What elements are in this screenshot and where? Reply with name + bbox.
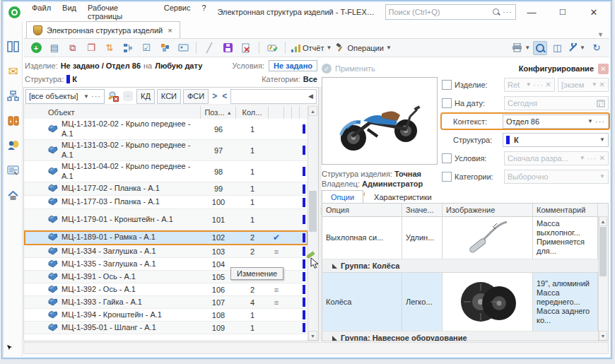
sidebar-home-icon[interactable] xyxy=(6,188,20,202)
toolbar-copy-icon[interactable]: ⧉ xyxy=(64,41,81,55)
table-row[interactable]: МЦ-1-334 - Заглушка - А.11032≡ xyxy=(24,245,308,258)
field-control[interactable]: Отдел 86▼··· xyxy=(503,115,609,129)
scroll-up-icon[interactable]: ▲ xyxy=(308,106,317,116)
toolbar-image-icon[interactable] xyxy=(175,41,192,55)
date-value[interactable]: Любую дату xyxy=(155,61,202,70)
menu-item-4[interactable]: Сервис xyxy=(158,1,197,23)
field-control[interactable]: Сегодня xyxy=(504,96,609,110)
toolbar-tools-icon[interactable]: ▼ xyxy=(567,41,587,55)
column-status[interactable] xyxy=(269,106,284,119)
expand-level-icon[interactable]: > xyxy=(211,91,218,101)
checkbox[interactable] xyxy=(442,153,452,163)
configuration-close-icon[interactable]: ✕ xyxy=(598,64,609,74)
table-row[interactable]: МЦ-1-177-03 - Планка - А.11001 xyxy=(24,196,308,209)
toolbar-printer-icon[interactable]: ▼ xyxy=(510,41,532,55)
collapse-level-icon[interactable]: < xyxy=(221,91,228,101)
column-image[interactable]: Изображение xyxy=(443,204,533,216)
filter-kd-button[interactable]: КД xyxy=(136,89,155,104)
categories-value[interactable]: Все xyxy=(303,75,317,83)
column-extra2[interactable] xyxy=(292,106,300,119)
search-options-icon[interactable]: ··· xyxy=(503,8,512,16)
tab-list-dropdown-icon[interactable]: ▼ xyxy=(597,31,609,38)
table-row[interactable]: МЦ-1-177-02 - Планка - А.1991 xyxy=(24,182,308,196)
field-control[interactable]: [экзем▼✕ xyxy=(558,78,609,92)
product-value[interactable]: Не задано / Отдел 86 xyxy=(61,61,141,70)
options-scroll-thumb[interactable] xyxy=(599,227,607,276)
toolbar-checklist-icon[interactable]: ☑ xyxy=(138,41,155,55)
menu-item-1[interactable]: Файл xyxy=(26,1,57,23)
menu-item-5[interactable]: ? xyxy=(196,1,211,23)
filter-ksi-button[interactable]: КСИ xyxy=(157,89,181,104)
option-row[interactable]: КолёсаЛегко...19", алюминийМасса передне… xyxy=(322,273,599,331)
checkbox[interactable] xyxy=(442,80,452,90)
options-scroll-down-icon[interactable]: ▼ xyxy=(599,331,607,341)
column-position[interactable]: Поз... ▲ xyxy=(201,106,236,119)
toolbar-panel-icon[interactable]: ◫ xyxy=(549,41,566,55)
global-search-input[interactable]: Поиск (Ctrl+Q) ··· xyxy=(385,4,516,20)
table-row[interactable]: МЦ-1-131-02-02 - Крыло переднее - А.1961 xyxy=(24,119,308,140)
close-button[interactable]: ✕ xyxy=(578,5,609,20)
table-row[interactable]: МЦ-1-393 - Гайка - А.11074≡ xyxy=(24,296,308,309)
field-control[interactable]: Ret▼···✕ xyxy=(504,78,555,92)
toolbar-sign-icon[interactable] xyxy=(264,41,281,55)
search-icon[interactable] xyxy=(493,8,500,16)
option-row[interactable]: Выхлопная си...Удлин...Масса выхлопног..… xyxy=(322,216,599,259)
group-row[interactable]: Группа: Навесное оборудование xyxy=(322,331,599,341)
operations-dropdown-button[interactable]: Операции▼ xyxy=(334,41,392,55)
toolbar-sync-icon[interactable]: ⇅ xyxy=(101,41,118,55)
table-row[interactable]: МЦ-1-131-03-02 - Крыло переднее - А.1971 xyxy=(24,140,308,161)
table-row[interactable]: МЦ-1-394 - Кронштейн - А.11081 xyxy=(24,309,308,322)
table-row[interactable]: МЦ-1-392 - Ось - А.11062≡ xyxy=(24,283,308,296)
table-row[interactable]: МЦ-1-179-01 - Кронштейн - А.11011 xyxy=(24,209,308,230)
options-scroll-up-icon[interactable]: ▲ xyxy=(599,216,607,226)
field-control[interactable]: К▼ xyxy=(503,133,609,147)
checkbox[interactable] xyxy=(442,98,452,108)
tab-product-structure[interactable]: Электронная структура изделий × xyxy=(26,21,180,38)
table-row[interactable]: МЦ-1-131-04-02 - Крыло переднее - А.1981 xyxy=(24,161,308,182)
scroll-down-icon[interactable]: ▼ xyxy=(308,331,317,341)
toolbar-delete-icon[interactable] xyxy=(238,41,254,55)
menu-item-2[interactable]: Вид xyxy=(57,1,82,23)
sidebar-pages-icon[interactable] xyxy=(6,40,20,54)
toolbar-refresh-icon[interactable]: ↻ xyxy=(588,41,605,55)
scroll-thumb[interactable] xyxy=(309,191,317,232)
field-control[interactable]: Сначала разра...▼···✕ xyxy=(504,151,609,165)
toolbar-form-icon[interactable]: ▤ xyxy=(46,41,63,55)
column-object[interactable]: Объект xyxy=(24,106,201,119)
column-comment[interactable]: Комментарий xyxy=(533,204,598,216)
toolbar-save-icon[interactable] xyxy=(219,41,236,55)
field-control[interactable]: Выборочно▼ xyxy=(504,170,609,184)
sidebar-mail-icon[interactable]: ✉ xyxy=(6,64,20,78)
sidebar-structure-icon[interactable] xyxy=(6,89,20,103)
apply-button[interactable]: ✓ Применить xyxy=(322,64,375,74)
group-expand-icon[interactable] xyxy=(332,336,337,341)
object-filter-select[interactable]: [все объекты]▼··· xyxy=(25,89,105,104)
structure-value[interactable]: К xyxy=(66,75,77,83)
conditions-value[interactable]: Не задано xyxy=(269,60,317,71)
options-vertical-scrollbar[interactable]: ▲ ▼ xyxy=(598,216,608,341)
filter-clear-icon[interactable] xyxy=(107,90,119,102)
toolbar-tree-icon[interactable] xyxy=(119,41,136,55)
toolbar-blocks-icon[interactable] xyxy=(156,41,173,55)
table-row[interactable]: МЦ-1-189-01 - Рамка - А.11022✔ xyxy=(24,230,308,245)
checkbox[interactable] xyxy=(442,172,452,182)
column-value[interactable]: Значе... xyxy=(402,204,443,216)
report-dropdown-button[interactable]: Отчёт▼ xyxy=(290,41,333,55)
column-option[interactable]: Опция xyxy=(322,204,402,216)
group-row[interactable]: Группа: Колёса xyxy=(322,259,599,273)
column-extra1[interactable] xyxy=(284,106,292,119)
group-expand-icon[interactable] xyxy=(332,264,337,269)
sidebar-user-icon[interactable] xyxy=(6,139,20,153)
toolbar-paste-icon[interactable]: ❐ xyxy=(83,41,100,55)
toolbar-add-icon[interactable]: + xyxy=(28,41,45,55)
grid-vertical-scrollbar[interactable]: ▲ ▼ xyxy=(308,106,318,341)
column-quantity[interactable]: Кол... xyxy=(236,106,269,119)
sidebar-binders-icon[interactable] xyxy=(6,114,20,128)
table-row[interactable]: МЦ-1-395-01 - Шланг - А.11091 xyxy=(24,322,308,334)
tab-characteristics[interactable]: Характеристики xyxy=(365,190,441,204)
filter-settings-icon[interactable] xyxy=(122,90,134,102)
sidebar-card-icon[interactable] xyxy=(6,163,20,177)
tab-options[interactable]: Опции xyxy=(322,190,363,204)
maximize-button[interactable]: ☐ xyxy=(547,6,578,19)
minimize-button[interactable]: — xyxy=(516,5,547,20)
